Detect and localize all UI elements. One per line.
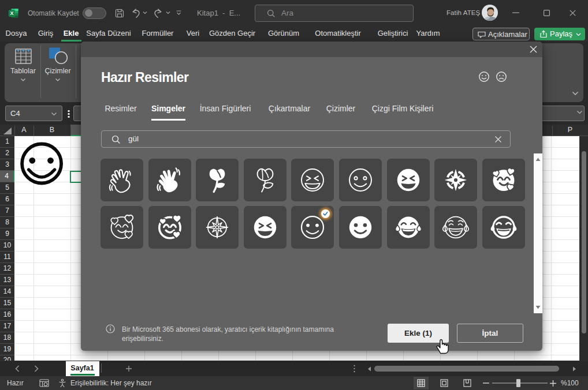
svg-text:X: X [10,10,14,16]
